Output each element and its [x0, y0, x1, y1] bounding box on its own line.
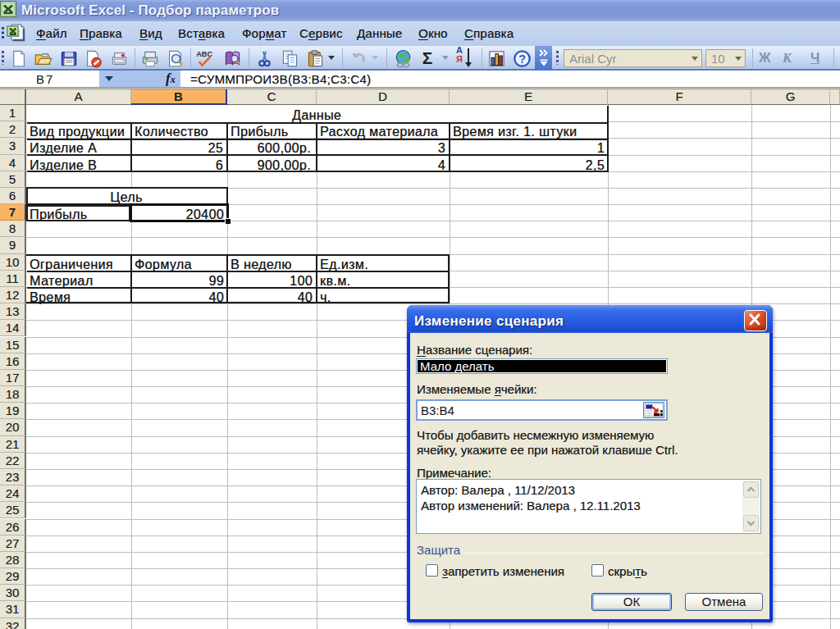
svg-text:?: ? — [518, 52, 526, 66]
